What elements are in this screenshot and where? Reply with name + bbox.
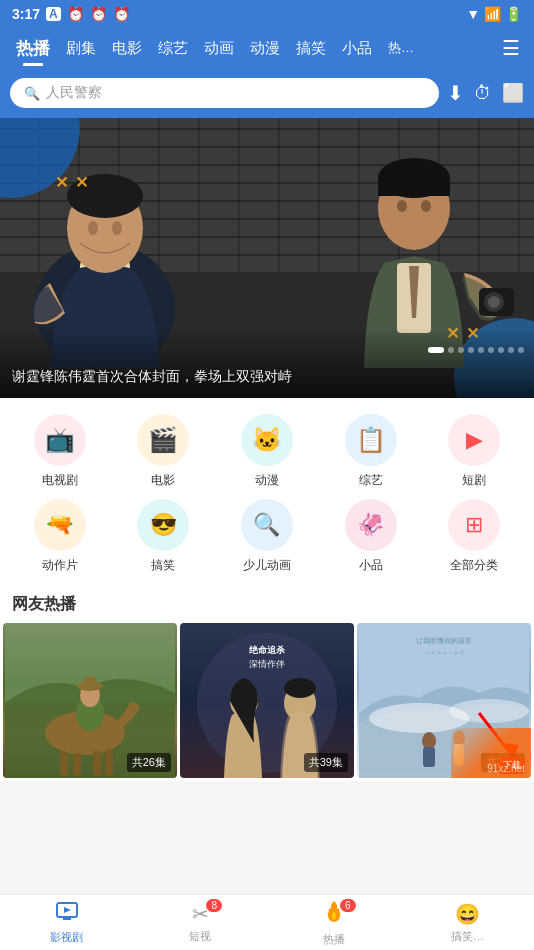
cat-label-action: 动作片 — [42, 557, 78, 574]
status-left: 3:17 A ⏰ ⏰ ⏰ — [12, 6, 130, 22]
banner-title: 谢霆锋陈伟霆首次合体封面，拳场上双强对峙 — [12, 368, 534, 386]
cat-label-anime: 动漫 — [255, 472, 279, 489]
bottom-nav-short[interactable]: 8 ✂ 短视 — [134, 895, 268, 950]
bottom-label-tv: 影视剧 — [50, 930, 83, 945]
cat-item-shortdrama[interactable]: ▶ 短剧 — [422, 414, 526, 489]
x-mark-1: ✕ — [55, 173, 68, 192]
cat-item-all[interactable]: ⊞ 全部分类 — [422, 499, 526, 574]
nav-item-variety[interactable]: 综艺 — [150, 35, 196, 62]
nav-item-animation[interactable]: 动画 — [196, 35, 242, 62]
cat-label-tv: 电视剧 — [42, 472, 78, 489]
bottom-nav: 影视剧 8 ✂ 短视 6 热播 😄 搞笑… — [0, 894, 534, 950]
svg-rect-18 — [60, 751, 68, 776]
dot-4 — [468, 347, 474, 353]
status-icon-a: A — [46, 7, 61, 21]
cat-icon-kids: 🔍 — [241, 499, 293, 551]
alarm-icon-1: ⏰ — [67, 6, 84, 22]
cat-item-kids[interactable]: 🔍 少儿动画 — [215, 499, 319, 574]
cat-item-comedy[interactable]: 😎 搞笑 — [112, 499, 216, 574]
bottom-nav-funny[interactable]: 😄 搞笑… — [401, 895, 535, 950]
search-magnifier-icon: 🔍 — [24, 86, 40, 101]
svg-rect-40 — [423, 747, 435, 767]
search-input-wrap[interactable]: 🔍 人民警察 — [10, 78, 439, 108]
history-button[interactable]: ⏱ — [474, 83, 492, 104]
cat-item-anime[interactable]: 🐱 动漫 — [215, 414, 319, 489]
search-actions: ⬇ ⏱ ⬜ — [447, 81, 524, 105]
svg-rect-21 — [105, 749, 113, 776]
cat-icon-tv: 📺 — [34, 414, 86, 466]
svg-text:绝命追杀: 绝命追杀 — [248, 645, 286, 655]
banner-scene: ✕ ✕ ✕ ✕ — [0, 118, 534, 398]
bottom-label-funny: 搞笑… — [451, 929, 484, 944]
signal-icon: 📶 — [484, 6, 501, 22]
video-ep-2: 共39集 — [304, 753, 348, 772]
cat-icon-movie: 🎬 — [137, 414, 189, 466]
svg-point-4 — [88, 221, 98, 235]
cat-icon-comedy: 😎 — [137, 499, 189, 551]
screen-cast-button[interactable]: ⬜ — [502, 82, 524, 104]
cat-item-tv[interactable]: 📺 电视剧 — [8, 414, 112, 489]
category-grid: 📺 电视剧 🎬 电影 🐱 动漫 📋 综艺 ▶ 短剧 — [8, 414, 526, 574]
dot-8 — [508, 347, 514, 353]
status-right: ▼ 📶 🔋 — [466, 6, 522, 22]
nav-item-movie[interactable]: 电影 — [104, 35, 150, 62]
svg-marker-48 — [64, 907, 71, 913]
cat-label-skit: 小品 — [359, 557, 383, 574]
cat-label-comedy: 搞笑 — [151, 557, 175, 574]
hot-badge: 6 — [340, 899, 356, 912]
svg-point-11 — [421, 200, 431, 212]
nav-menu-button[interactable]: ☰ — [496, 32, 526, 64]
cat-label-variety: 综艺 — [359, 472, 383, 489]
video-card-2[interactable]: 绝命追杀 深情作伴 共39集 — [180, 623, 354, 778]
battery-icon: 🔋 — [505, 6, 522, 22]
svg-text:让我听懂你的语言: 让我听懂你的语言 — [416, 637, 472, 644]
search-placeholder: 人民警察 — [46, 84, 102, 102]
status-bar: 3:17 A ⏰ ⏰ ⏰ ▼ 📶 🔋 — [0, 0, 534, 28]
cat-item-movie[interactable]: 🎬 电影 — [112, 414, 216, 489]
cat-icon-action: 🔫 — [34, 499, 86, 551]
svg-point-29 — [284, 678, 316, 698]
cat-label-all: 全部分类 — [450, 557, 498, 574]
wifi-icon: ▼ — [466, 6, 480, 22]
dot-6 — [488, 347, 494, 353]
banner[interactable]: ✕ ✕ ✕ ✕ 谢霆锋陈伟霆首次合体封面，拳场上双强对峙 — [0, 118, 534, 398]
bottom-spacer — [0, 781, 534, 841]
hot-section-title: 网友热播 — [0, 582, 534, 623]
alarm-icon-2: ⏰ — [90, 6, 107, 22]
dot-9 — [518, 347, 524, 353]
nav-item-more-text[interactable]: 热… — [380, 35, 422, 61]
cat-label-shortdrama: 短剧 — [462, 472, 486, 489]
nav-item-skit[interactable]: 小品 — [334, 35, 380, 62]
bottom-nav-tv[interactable]: 影视剧 — [0, 895, 134, 950]
svg-rect-25 — [84, 677, 96, 689]
svg-point-14 — [488, 296, 500, 308]
video-card-3[interactable]: 让我听懂你的语言 မင်းဘာသာစကားကို 共36集 — [357, 623, 531, 778]
svg-point-5 — [112, 221, 122, 235]
video-card-1[interactable]: 共26集 — [3, 623, 177, 778]
svg-text:မင်းဘာသာစကားကို: မင်းဘာသာစကားကို — [425, 650, 464, 656]
svg-text:深情作伴: 深情作伴 — [249, 659, 285, 669]
nav-item-funny[interactable]: 搞笑 — [288, 35, 334, 62]
banner-dots — [428, 347, 524, 353]
dot-5 — [478, 347, 484, 353]
nav-item-drama[interactable]: 剧集 — [58, 35, 104, 62]
cat-item-variety[interactable]: 📋 综艺 — [319, 414, 423, 489]
bottom-nav-hot[interactable]: 6 热播 — [267, 895, 401, 950]
nav-item-hot[interactable]: 热播 — [8, 33, 58, 64]
bottom-label-short: 短视 — [189, 929, 211, 944]
svg-rect-9 — [378, 178, 450, 196]
categories-section: 📺 电视剧 🎬 电影 🐱 动漫 📋 综艺 ▶ 短剧 — [0, 398, 534, 582]
video-ep-1: 共26集 — [127, 753, 171, 772]
cat-item-skit[interactable]: 🦑 小品 — [319, 499, 423, 574]
svg-rect-20 — [93, 751, 101, 776]
cat-icon-anime: 🐱 — [241, 414, 293, 466]
download-button[interactable]: ⬇ — [447, 81, 464, 105]
cat-label-movie: 电影 — [151, 472, 175, 489]
svg-rect-19 — [73, 753, 81, 776]
nav-item-manga[interactable]: 动漫 — [242, 35, 288, 62]
tv-play-icon — [55, 901, 79, 927]
smile-icon: 😄 — [455, 902, 480, 926]
bottom-label-hot: 热播 — [323, 932, 345, 947]
cat-icon-variety: 📋 — [345, 414, 397, 466]
cat-item-action[interactable]: 🔫 动作片 — [8, 499, 112, 574]
